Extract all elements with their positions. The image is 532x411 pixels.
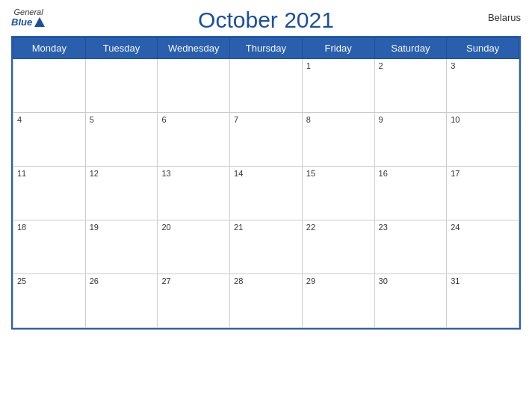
calendar-day: 4 (13, 113, 86, 167)
day-number: 4 (17, 115, 81, 124)
calendar-day: 30 (374, 274, 447, 328)
calendar-day: 11 (13, 167, 86, 220)
logo-icon (34, 16, 46, 28)
col-monday: Monday (13, 38, 86, 59)
calendar-table: Monday Tuesday Wednesday Thursday Friday… (13, 37, 519, 328)
col-sunday: Sunday (447, 38, 519, 59)
day-number: 7 (234, 115, 298, 124)
calendar-day: 19 (85, 220, 158, 274)
calendar-header-row: Monday Tuesday Wednesday Thursday Friday… (13, 38, 519, 59)
logo-general-text: General (14, 7, 43, 16)
calendar-day: 27 (158, 274, 230, 328)
calendar-header: General Blue October 2021 Belarus (11, 7, 521, 33)
calendar-week-5: 25262728293031 (13, 274, 519, 328)
calendar-day: 28 (230, 274, 303, 328)
calendar-day: 3 (447, 59, 519, 113)
calendar-week-4: 18192021222324 (13, 220, 519, 274)
calendar-day: 14 (230, 167, 303, 220)
col-friday: Friday (302, 38, 374, 59)
logo: General Blue (11, 7, 46, 28)
day-number: 6 (161, 115, 226, 124)
col-thursday: Thursday (230, 38, 303, 59)
calendar-week-2: 45678910 (13, 113, 519, 167)
calendar-day: 29 (302, 274, 374, 328)
col-tuesday: Tuesday (85, 38, 158, 59)
day-number: 17 (451, 169, 515, 178)
svg-marker-0 (34, 17, 45, 27)
calendar-day: 12 (85, 167, 158, 220)
calendar-day (158, 59, 230, 113)
calendar-day: 22 (302, 220, 374, 274)
calendar-day: 20 (158, 220, 230, 274)
calendar-title: October 2021 (198, 7, 334, 33)
day-number: 19 (90, 223, 154, 232)
calendar-day: 1 (302, 59, 374, 113)
day-number: 12 (90, 169, 154, 178)
calendar-day: 15 (302, 167, 374, 220)
calendar-day: 16 (374, 167, 447, 220)
day-number: 26 (90, 276, 154, 285)
day-number: 23 (379, 223, 443, 232)
col-saturday: Saturday (374, 38, 447, 59)
calendar-day: 6 (158, 113, 230, 167)
calendar-day: 23 (374, 220, 447, 274)
calendar-week-3: 11121314151617 (13, 167, 519, 220)
day-number: 8 (306, 115, 371, 124)
country-label: Belarus (488, 12, 521, 23)
day-number: 18 (17, 223, 81, 232)
calendar-day: 21 (230, 220, 303, 274)
calendar-day (230, 59, 303, 113)
calendar-day: 26 (85, 274, 158, 328)
calendar-day (85, 59, 158, 113)
day-number: 24 (451, 223, 515, 232)
day-number: 10 (451, 115, 515, 124)
day-number: 30 (379, 276, 443, 285)
day-number: 20 (161, 223, 226, 232)
day-number: 2 (379, 61, 443, 70)
calendar-day: 18 (13, 220, 86, 274)
calendar-day (13, 59, 86, 113)
logo-blue-text: Blue (11, 17, 32, 28)
calendar-day: 31 (447, 274, 519, 328)
calendar-container: Monday Tuesday Wednesday Thursday Friday… (11, 36, 521, 330)
calendar-day: 8 (302, 113, 374, 167)
calendar-day: 9 (374, 113, 447, 167)
day-number: 11 (17, 169, 81, 178)
calendar-day: 25 (13, 274, 86, 328)
calendar-week-1: 123 (13, 59, 519, 113)
col-wednesday: Wednesday (158, 38, 230, 59)
day-number: 1 (306, 61, 371, 70)
day-number: 14 (234, 169, 298, 178)
day-number: 28 (234, 276, 298, 285)
day-number: 9 (379, 115, 443, 124)
day-number: 13 (161, 169, 226, 178)
calendar-day: 7 (230, 113, 303, 167)
day-number: 15 (306, 169, 371, 178)
day-number: 16 (379, 169, 443, 178)
calendar-day: 10 (447, 113, 519, 167)
calendar-day: 5 (85, 113, 158, 167)
calendar-day: 13 (158, 167, 230, 220)
day-number: 27 (161, 276, 226, 285)
calendar-day: 17 (447, 167, 519, 220)
day-number: 5 (90, 115, 154, 124)
calendar-day: 2 (374, 59, 447, 113)
calendar-day: 24 (447, 220, 519, 274)
day-number: 21 (234, 223, 298, 232)
day-number: 31 (451, 276, 515, 285)
day-number: 22 (306, 223, 371, 232)
day-number: 3 (451, 61, 515, 70)
day-number: 29 (306, 276, 371, 285)
day-number: 25 (17, 276, 81, 285)
